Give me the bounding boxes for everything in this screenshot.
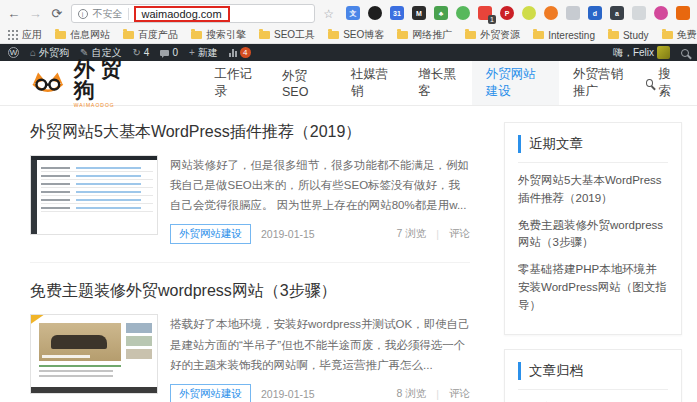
account-menu[interactable]: 嗨，Felix bbox=[613, 46, 670, 60]
adminbar-search-icon[interactable] bbox=[681, 49, 689, 57]
site-logo[interactable]: 外贸狗 WAIMAODOG bbox=[30, 58, 142, 108]
folder-icon bbox=[191, 31, 202, 39]
bookmark-folder[interactable]: SEO博客 bbox=[328, 28, 384, 42]
folder-icon bbox=[608, 31, 619, 39]
apps-grid-icon bbox=[8, 30, 18, 40]
calendar-extension[interactable]: 31 bbox=[390, 6, 405, 21]
dark-a-extension[interactable]: a bbox=[610, 6, 625, 21]
address-bar[interactable]: i 不安全 waimaodog.com bbox=[71, 4, 316, 23]
apps-shortcut[interactable]: 应用 bbox=[8, 28, 42, 42]
back-icon[interactable]: ← bbox=[6, 6, 22, 21]
search-icon bbox=[646, 79, 653, 87]
page-content: 外贸网站5大基本WordPress插件推荐（2019） bbox=[0, 106, 697, 402]
folder-icon bbox=[662, 31, 673, 39]
nav-item[interactable]: 增长黑客 bbox=[404, 61, 472, 105]
post-item: 外贸网站5大基本WordPress插件推荐（2019） bbox=[30, 122, 470, 263]
folder-icon bbox=[397, 31, 408, 39]
thumbnail-detail bbox=[39, 365, 121, 380]
sidebar: 近期文章 外贸网站5大基本WordPress插件推荐（2019） 免费主题装修外… bbox=[504, 122, 682, 402]
orange-partial-extension[interactable] bbox=[676, 6, 691, 21]
post-item: 免费主题装修外贸wordpress网站（3步骤） 搭载好了本地环境，安装好w bbox=[30, 281, 470, 402]
yellow-circle-extension[interactable] bbox=[522, 6, 537, 21]
thumbnail-detail bbox=[42, 355, 90, 358]
blue-d-extension[interactable]: d bbox=[588, 6, 603, 21]
sidebar-recent-post-link[interactable]: 零基础搭建PHP本地环境并安装WordPress网站（图文指导） bbox=[518, 261, 668, 314]
extension-icons-row: 文 31 M ♣ bbox=[346, 6, 691, 21]
post-excerpt: 网站装修好了，但是很多细节，很多功能都不能满足，例如我自己是做SEO出来的，所以… bbox=[170, 155, 470, 215]
reload-icon[interactable]: ⟳ bbox=[49, 6, 65, 21]
info-icon[interactable]: i bbox=[78, 9, 88, 19]
post-title-link[interactable]: 外贸网站5大基本WordPress插件推荐（2019） bbox=[30, 122, 470, 143]
folder-icon bbox=[328, 31, 339, 39]
bookmark-folder[interactable]: Study bbox=[608, 30, 649, 41]
main-nav: 工作记录 外贸SEO 社媒营销 增长黑客 外贸网站建设 外贸营销推广 bbox=[200, 61, 646, 105]
post-thumbnail[interactable] bbox=[30, 314, 158, 394]
category-tag[interactable]: 外贸网站建设 bbox=[170, 224, 251, 244]
forward-icon[interactable]: → bbox=[28, 6, 44, 21]
search-label: 搜索 bbox=[658, 66, 679, 100]
bookmark-star-icon[interactable]: ☆ bbox=[323, 7, 334, 21]
comments-link[interactable]: 评论 bbox=[449, 227, 470, 241]
gray-extension[interactable] bbox=[566, 6, 581, 21]
evernote-extension[interactable] bbox=[456, 6, 471, 21]
bookmark-folder[interactable]: 信息网站 bbox=[55, 28, 110, 42]
meta-divider: | bbox=[436, 388, 439, 400]
bookmark-folder[interactable]: SEO工具 bbox=[259, 28, 315, 42]
wp-logo-menu[interactable]: W bbox=[8, 47, 19, 58]
browser-window: ← → ⟳ i 不安全 waimaodog.com ☆ 文 bbox=[0, 0, 697, 402]
dog-logo-icon bbox=[30, 69, 66, 97]
logo-subtext: WAIMAODOG bbox=[74, 102, 143, 108]
orange-gear-extension[interactable] bbox=[544, 6, 559, 21]
red-notification-extension[interactable]: 1 bbox=[478, 6, 493, 21]
post-title-link[interactable]: 免费主题装修外贸wordpress网站（3步骤） bbox=[30, 281, 470, 302]
folder-icon bbox=[533, 31, 544, 39]
sidebar-recent-post-link[interactable]: 外贸网站5大基本WordPress插件推荐（2019） bbox=[518, 172, 668, 208]
nav-item[interactable]: 外贸网站建设 bbox=[472, 61, 559, 105]
pink-circle-extension[interactable] bbox=[654, 6, 669, 21]
wordpress-icon: W bbox=[8, 47, 19, 58]
security-label: 不安全 bbox=[93, 7, 123, 21]
nav-item[interactable]: 外贸SEO bbox=[268, 61, 337, 105]
widget-title: 近期文章 bbox=[518, 135, 668, 153]
new-content-menu[interactable]: + 新建 bbox=[189, 46, 218, 60]
thumbnail-detail bbox=[126, 323, 152, 362]
nav-item[interactable]: 外贸营销推广 bbox=[559, 61, 646, 105]
m-extension[interactable]: M bbox=[412, 6, 427, 21]
bookmark-folder[interactable]: 百度产品 bbox=[123, 28, 178, 42]
sidebar-recent-post-link[interactable]: 免费主题装修外贸wordpress网站（3步骤） bbox=[518, 217, 668, 253]
category-tag[interactable]: 外贸网站建设 bbox=[170, 384, 251, 402]
updates-menu[interactable]: ↻ 4 bbox=[132, 47, 149, 58]
plugin-notifications-menu[interactable]: 4 bbox=[229, 47, 251, 58]
bookmark-folder[interactable]: 外贸资源 bbox=[465, 28, 520, 42]
avatar bbox=[657, 46, 670, 59]
plus-icon: + bbox=[189, 47, 195, 58]
thumbnail-detail bbox=[31, 387, 157, 393]
bookmark-folder[interactable]: 免费资源 bbox=[662, 28, 697, 42]
site-header: 外贸狗 WAIMAODOG 工作记录 外贸SEO 社媒营销 增长黑客 外贸网站建… bbox=[0, 61, 697, 106]
update-icon: ↻ bbox=[132, 47, 140, 58]
comments-menu[interactable]: 0 bbox=[160, 47, 178, 58]
light-gray-extension[interactable] bbox=[632, 6, 647, 21]
header-search[interactable]: 搜索 bbox=[646, 66, 679, 100]
omnibox-divider bbox=[128, 8, 129, 20]
nav-item[interactable]: 社媒营销 bbox=[337, 61, 405, 105]
folder-icon bbox=[465, 31, 476, 39]
thumbnail-detail bbox=[31, 160, 37, 234]
bookmark-folder[interactable]: 网络推广 bbox=[397, 28, 452, 42]
post-date: 2019-01-15 bbox=[261, 388, 315, 400]
post-date: 2019-01-15 bbox=[261, 228, 315, 240]
translate-extension[interactable]: 文 bbox=[346, 6, 361, 21]
folder-icon bbox=[123, 31, 134, 39]
logo-text: 外贸狗 bbox=[74, 57, 128, 101]
tree-extension[interactable]: ♣ bbox=[434, 6, 449, 21]
pinterest-extension[interactable]: P bbox=[500, 6, 515, 21]
dark-circle-extension[interactable] bbox=[368, 6, 383, 21]
view-count: 8 浏览 bbox=[397, 387, 427, 401]
comments-link[interactable]: 评论 bbox=[449, 387, 470, 401]
url-text-highlighted[interactable]: waimaodog.com bbox=[134, 6, 230, 22]
widget-title: 文章归档 bbox=[518, 362, 668, 380]
bookmark-folder[interactable]: 搜索引擎 bbox=[191, 28, 246, 42]
bookmark-folder[interactable]: Interesting bbox=[533, 30, 595, 41]
post-thumbnail[interactable] bbox=[30, 155, 158, 235]
nav-item[interactable]: 工作记录 bbox=[200, 61, 268, 105]
